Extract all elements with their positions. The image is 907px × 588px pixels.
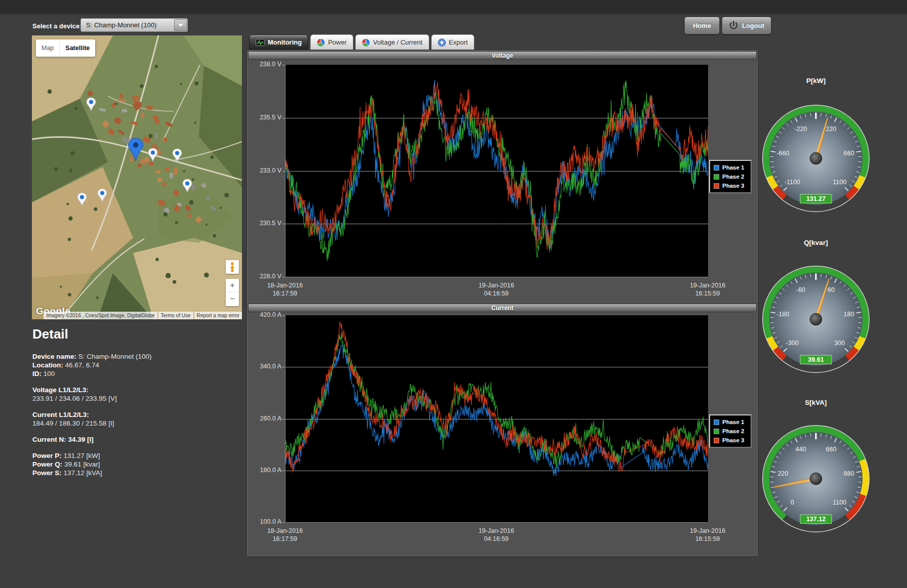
device-marker-icon[interactable] (86, 97, 97, 113)
tab-voltage-current[interactable]: Voltage / Current (355, 34, 429, 50)
map-type-satellite-button[interactable]: Satellite (60, 39, 95, 57)
legend-item: Phase 3 (714, 181, 751, 190)
svg-text:-1100: -1100 (785, 179, 800, 186)
svg-text:180: 180 (844, 311, 854, 318)
y-tick-mark (282, 522, 284, 523)
legend-label: Phase 2 (722, 428, 744, 434)
device-dropdown-value: S: Champ-Monnet (100) (86, 19, 156, 31)
gauge-title-skva: S[kVA] (759, 399, 873, 406)
zoom-out-button[interactable]: − (226, 292, 239, 306)
charts-panel: Voltage 238.0 V235.5 V233.0 V230.5 V228.… (246, 50, 758, 557)
legend-item: Phase 3 (714, 436, 751, 445)
detail-line: Location: 46.67, 6.74 (32, 361, 240, 369)
dropdown-arrow-button[interactable] (174, 19, 187, 31)
pie-icon (317, 38, 325, 47)
gauge-pkw: -1100-660-2202206601100131.27 (762, 105, 870, 212)
tab-label: Voltage / Current (373, 35, 423, 50)
tab-monitoring[interactable]: Monitoring (249, 34, 308, 50)
svg-text:-220: -220 (795, 125, 807, 133)
svg-text:220: 220 (826, 125, 837, 133)
svg-text:-300: -300 (786, 340, 799, 347)
top-bar (0, 0, 907, 14)
pegman-control[interactable] (226, 260, 239, 274)
legend-label: Phase 1 (722, 164, 744, 171)
gauge-skva: 02204406608801100137.12 (762, 425, 870, 532)
home-label: Home (693, 22, 711, 29)
current-chart-title: Current (248, 304, 757, 312)
detail-line: 233.91 / 234.06 / 233.95 [V] (32, 394, 240, 403)
home-button[interactable]: Home (684, 17, 720, 34)
legend-swatch (714, 165, 719, 171)
y-tick-label: 235.5 V (247, 114, 281, 121)
detail-group: Current N: 34.39 [I] (32, 435, 240, 444)
svg-text:660: 660 (826, 446, 837, 453)
legend-label: Phase 1 (722, 419, 744, 425)
y-tick-mark (282, 471, 284, 471)
y-tick-mark (282, 65, 284, 65)
device-dropdown[interactable]: S: Champ-Monnet (100) (80, 18, 188, 32)
detail-line: Power Q: 39.61 [kvar] (32, 460, 240, 469)
tab-label: Monitoring (268, 35, 302, 50)
map-type-map-button[interactable]: Map (36, 39, 60, 57)
detail-group: Voltage L1/L2/L3:233.91 / 234.06 / 233.9… (32, 386, 240, 403)
tab-label: Export (449, 35, 468, 50)
detail-group: Power P: 131.27 [kW]Power Q: 39.61 [kvar… (32, 451, 240, 477)
voltage-chart-canvas (285, 65, 708, 277)
zoom-in-button[interactable]: + (226, 279, 239, 292)
svg-text:300: 300 (834, 340, 845, 347)
detail-group: Current L1/L2/L3:184.49 / 186.30 / 215.5… (32, 410, 240, 428)
y-tick-label: 340.0 A (247, 363, 281, 370)
y-tick-mark (282, 224, 284, 224)
svg-text:60: 60 (828, 286, 835, 293)
voltage-legend: Phase 1Phase 2Phase 3 (709, 160, 752, 193)
detail-line: Current L1/L2/L3: (32, 410, 240, 419)
svg-text:-660: -660 (776, 150, 789, 157)
detail-heading: Detail (32, 326, 240, 342)
y-tick-mark (282, 315, 284, 316)
legend-item: Phase 2 (714, 172, 751, 181)
legend-label: Phase 2 (722, 174, 744, 180)
map[interactable]: Map Satellite + − Google Imagery ©2016 ,… (32, 35, 242, 319)
device-marker-icon[interactable] (76, 192, 88, 208)
y-tick-mark (282, 118, 284, 118)
y-tick-label: 260.0 A (247, 415, 281, 422)
x-tick-label: 18-Jan-2016 16:17:59 (244, 281, 325, 298)
pie-icon (362, 38, 370, 47)
detail-lines: Device name: S: Champ-Monnet (100)Locati… (32, 352, 240, 477)
y-tick-label: 233.0 V (247, 167, 281, 174)
y-tick-label: 420.0 A (247, 311, 281, 318)
select-device-label: Select a device: (32, 22, 82, 30)
detail-line: Current N: 34.39 [I] (32, 435, 240, 444)
gauge-qkvar: -300-180-606018030039.61 (762, 266, 870, 373)
current-legend: Phase 1Phase 2Phase 3 (709, 414, 752, 448)
device-marker-icon[interactable] (172, 148, 183, 164)
x-tick-label: 19-Jan-2016 16:15:59 (667, 281, 748, 298)
legend-label: Phase 3 (722, 183, 744, 189)
x-tick-label: 19-Jan-2016 04:16:59 (456, 281, 537, 298)
satellite-imagery (32, 35, 242, 319)
map-zoom-control: + − (226, 279, 239, 306)
current-chart-canvas (285, 315, 708, 522)
device-marker-icon[interactable] (97, 188, 108, 204)
y-tick-mark (282, 171, 284, 172)
detail-group: Device name: S: Champ-Monnet (100)Locati… (32, 352, 240, 378)
voltage-plot-area (285, 65, 708, 277)
map-type-control: Map Satellite (36, 39, 95, 57)
device-marker-icon[interactable] (147, 148, 158, 164)
gauge-value: 131.27 (806, 195, 826, 202)
legend-swatch (714, 174, 719, 180)
chevron-down-icon (178, 24, 184, 27)
tab-export[interactable]: Export (431, 34, 475, 50)
svg-text:0: 0 (791, 499, 794, 506)
tab-bar: MonitoringPowerVoltage / CurrentExport (249, 34, 474, 50)
logout-button[interactable]: Logout (722, 17, 771, 34)
gauge-title-pkw: P[kW] (759, 77, 873, 85)
tab-power[interactable]: Power (310, 34, 353, 50)
selected-device-marker-icon[interactable] (127, 138, 144, 164)
report-map-error-link[interactable]: Report a map error (194, 312, 242, 319)
legend-swatch (714, 183, 719, 189)
terms-of-use-link[interactable]: Terms of Use (158, 312, 193, 319)
x-tick-label: 18-Jan-2016 16:17:59 (244, 527, 325, 543)
detail-panel: Detail Device name: S: Champ-Monnet (100… (32, 326, 240, 485)
device-marker-icon[interactable] (182, 179, 193, 195)
